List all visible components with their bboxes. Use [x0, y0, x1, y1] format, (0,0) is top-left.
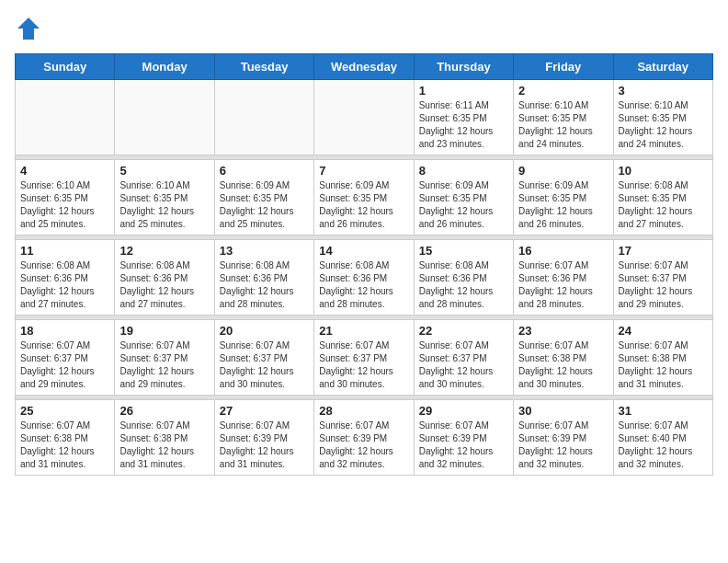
calendar-cell: 17Sunrise: 6:07 AM Sunset: 6:37 PM Dayli… [613, 240, 712, 316]
day-info: Sunrise: 6:07 AM Sunset: 6:37 PM Dayligh… [319, 339, 408, 391]
day-number: 20 [220, 324, 309, 338]
calendar-cell: 21Sunrise: 6:07 AM Sunset: 6:37 PM Dayli… [314, 320, 414, 396]
column-header-thursday: Thursday [414, 54, 513, 80]
calendar-cell: 6Sunrise: 6:09 AM Sunset: 6:35 PM Daylig… [214, 160, 313, 236]
day-info: Sunrise: 6:08 AM Sunset: 6:36 PM Dayligh… [119, 259, 209, 311]
calendar-cell: 25Sunrise: 6:07 AM Sunset: 6:38 PM Dayli… [16, 400, 115, 476]
day-info: Sunrise: 6:07 AM Sunset: 6:38 PM Dayligh… [20, 419, 109, 471]
day-number: 14 [319, 244, 408, 258]
calendar-week-row: 25Sunrise: 6:07 AM Sunset: 6:38 PM Dayli… [16, 400, 713, 476]
day-info: Sunrise: 6:08 AM Sunset: 6:36 PM Dayligh… [220, 259, 309, 311]
column-header-sunday: Sunday [16, 54, 115, 80]
day-info: Sunrise: 6:07 AM Sunset: 6:40 PM Dayligh… [619, 419, 708, 471]
day-number: 29 [419, 404, 508, 418]
day-info: Sunrise: 6:07 AM Sunset: 6:39 PM Dayligh… [319, 419, 408, 471]
day-info: Sunrise: 6:07 AM Sunset: 6:37 PM Dayligh… [119, 339, 209, 391]
calendar-cell: 9Sunrise: 6:09 AM Sunset: 6:35 PM Daylig… [514, 160, 613, 236]
day-info: Sunrise: 6:07 AM Sunset: 6:39 PM Dayligh… [220, 419, 309, 471]
calendar-cell: 22Sunrise: 6:07 AM Sunset: 6:37 PM Dayli… [414, 320, 513, 396]
day-info: Sunrise: 6:09 AM Sunset: 6:35 PM Dayligh… [220, 179, 309, 231]
day-number: 8 [419, 164, 508, 178]
day-info: Sunrise: 6:07 AM Sunset: 6:37 PM Dayligh… [619, 259, 708, 311]
calendar-cell: 26Sunrise: 6:07 AM Sunset: 6:38 PM Dayli… [115, 400, 214, 476]
day-info: Sunrise: 6:07 AM Sunset: 6:37 PM Dayligh… [20, 339, 109, 391]
day-number: 3 [619, 84, 708, 98]
logo-icon [15, 15, 42, 42]
calendar-cell: 27Sunrise: 6:07 AM Sunset: 6:39 PM Dayli… [214, 400, 313, 476]
logo [15, 15, 46, 42]
day-number: 1 [419, 84, 508, 98]
day-number: 28 [319, 404, 408, 418]
day-info: Sunrise: 6:08 AM Sunset: 6:35 PM Dayligh… [619, 179, 708, 231]
day-info: Sunrise: 6:07 AM Sunset: 6:38 PM Dayligh… [518, 339, 608, 391]
column-header-tuesday: Tuesday [214, 54, 313, 80]
day-number: 27 [220, 404, 309, 418]
day-info: Sunrise: 6:07 AM Sunset: 6:37 PM Dayligh… [419, 339, 508, 391]
calendar-cell: 2Sunrise: 6:10 AM Sunset: 6:35 PM Daylig… [514, 80, 613, 155]
calendar-cell: 4Sunrise: 6:10 AM Sunset: 6:35 PM Daylig… [16, 160, 115, 236]
day-number: 5 [119, 164, 209, 178]
day-number: 12 [119, 244, 209, 258]
day-number: 10 [619, 164, 708, 178]
calendar-cell: 24Sunrise: 6:07 AM Sunset: 6:38 PM Dayli… [613, 320, 712, 396]
calendar-cell: 29Sunrise: 6:07 AM Sunset: 6:39 PM Dayli… [414, 400, 513, 476]
day-info: Sunrise: 6:08 AM Sunset: 6:36 PM Dayligh… [419, 259, 508, 311]
day-number: 13 [220, 244, 309, 258]
calendar-cell: 5Sunrise: 6:10 AM Sunset: 6:35 PM Daylig… [115, 160, 214, 236]
day-number: 9 [518, 164, 608, 178]
day-info: Sunrise: 6:07 AM Sunset: 6:38 PM Dayligh… [619, 339, 708, 391]
column-header-wednesday: Wednesday [314, 54, 414, 80]
svg-marker-0 [17, 17, 40, 40]
day-number: 24 [619, 324, 708, 338]
day-info: Sunrise: 6:07 AM Sunset: 6:38 PM Dayligh… [119, 419, 209, 471]
calendar-cell: 30Sunrise: 6:07 AM Sunset: 6:39 PM Dayli… [514, 400, 613, 476]
calendar-cell: 3Sunrise: 6:10 AM Sunset: 6:35 PM Daylig… [613, 80, 712, 155]
day-number: 17 [619, 244, 708, 258]
calendar-cell: 14Sunrise: 6:08 AM Sunset: 6:36 PM Dayli… [314, 240, 414, 316]
day-info: Sunrise: 6:11 AM Sunset: 6:35 PM Dayligh… [419, 99, 508, 151]
calendar-cell [16, 80, 115, 155]
calendar-cell: 15Sunrise: 6:08 AM Sunset: 6:36 PM Dayli… [414, 240, 513, 316]
calendar-cell: 16Sunrise: 6:07 AM Sunset: 6:36 PM Dayli… [514, 240, 613, 316]
day-info: Sunrise: 6:10 AM Sunset: 6:35 PM Dayligh… [518, 99, 608, 151]
calendar-cell: 18Sunrise: 6:07 AM Sunset: 6:37 PM Dayli… [16, 320, 115, 396]
calendar-cell: 13Sunrise: 6:08 AM Sunset: 6:36 PM Dayli… [214, 240, 313, 316]
day-number: 6 [220, 164, 309, 178]
day-info: Sunrise: 6:07 AM Sunset: 6:39 PM Dayligh… [518, 419, 608, 471]
calendar-cell: 10Sunrise: 6:08 AM Sunset: 6:35 PM Dayli… [613, 160, 712, 236]
day-number: 26 [119, 404, 209, 418]
day-number: 16 [518, 244, 608, 258]
calendar-cell: 7Sunrise: 6:09 AM Sunset: 6:35 PM Daylig… [314, 160, 414, 236]
day-number: 7 [319, 164, 408, 178]
day-info: Sunrise: 6:08 AM Sunset: 6:36 PM Dayligh… [20, 259, 109, 311]
calendar-week-row: 4Sunrise: 6:10 AM Sunset: 6:35 PM Daylig… [16, 160, 713, 236]
day-info: Sunrise: 6:09 AM Sunset: 6:35 PM Dayligh… [319, 179, 408, 231]
day-info: Sunrise: 6:08 AM Sunset: 6:36 PM Dayligh… [319, 259, 408, 311]
calendar-cell: 31Sunrise: 6:07 AM Sunset: 6:40 PM Dayli… [613, 400, 712, 476]
calendar-week-row: 1Sunrise: 6:11 AM Sunset: 6:35 PM Daylig… [16, 80, 713, 155]
calendar-cell [214, 80, 313, 155]
day-number: 25 [20, 404, 109, 418]
calendar-cell: 20Sunrise: 6:07 AM Sunset: 6:37 PM Dayli… [214, 320, 313, 396]
day-info: Sunrise: 6:07 AM Sunset: 6:39 PM Dayligh… [419, 419, 508, 471]
day-number: 18 [20, 324, 109, 338]
day-number: 2 [518, 84, 608, 98]
column-header-monday: Monday [115, 54, 214, 80]
calendar-cell: 19Sunrise: 6:07 AM Sunset: 6:37 PM Dayli… [115, 320, 214, 396]
calendar-header-row: SundayMondayTuesdayWednesdayThursdayFrid… [16, 54, 713, 80]
calendar-week-row: 11Sunrise: 6:08 AM Sunset: 6:36 PM Dayli… [16, 240, 713, 316]
day-info: Sunrise: 6:09 AM Sunset: 6:35 PM Dayligh… [518, 179, 608, 231]
day-number: 19 [119, 324, 209, 338]
day-number: 23 [518, 324, 608, 338]
day-info: Sunrise: 6:10 AM Sunset: 6:35 PM Dayligh… [619, 99, 708, 151]
calendar-cell: 11Sunrise: 6:08 AM Sunset: 6:36 PM Dayli… [16, 240, 115, 316]
day-number: 4 [20, 164, 109, 178]
calendar-cell [115, 80, 214, 155]
day-number: 31 [619, 404, 708, 418]
day-number: 15 [419, 244, 508, 258]
calendar-cell: 1Sunrise: 6:11 AM Sunset: 6:35 PM Daylig… [414, 80, 513, 155]
calendar-cell: 28Sunrise: 6:07 AM Sunset: 6:39 PM Dayli… [314, 400, 414, 476]
calendar-cell: 23Sunrise: 6:07 AM Sunset: 6:38 PM Dayli… [514, 320, 613, 396]
column-header-saturday: Saturday [613, 54, 712, 80]
day-number: 22 [419, 324, 508, 338]
